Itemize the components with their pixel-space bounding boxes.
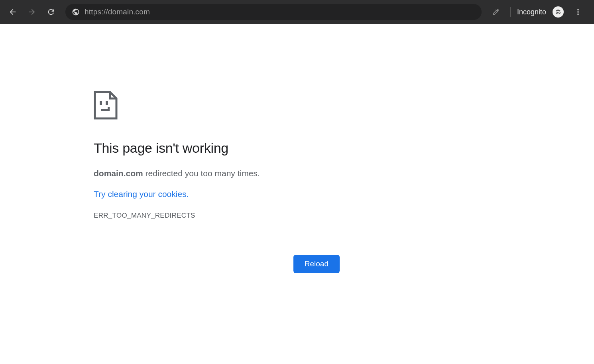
globe-icon — [72, 8, 80, 16]
url-text: https://domain.com — [85, 8, 150, 16]
reload-nav-button[interactable] — [43, 4, 59, 20]
browser-toolbar: https://domain.com Incognito — [0, 0, 594, 24]
error-message: redirected you too many times. — [143, 169, 260, 178]
reload-button[interactable]: Reload — [293, 255, 340, 273]
error-content: This page isn't working domain.com redir… — [0, 24, 470, 273]
error-description: domain.com redirected you too many times… — [94, 169, 470, 178]
forward-button[interactable] — [24, 4, 40, 20]
reload-icon — [47, 8, 55, 16]
eyedropper-button[interactable] — [488, 4, 504, 20]
reload-container: Reload — [94, 255, 470, 273]
menu-button[interactable] — [570, 4, 586, 20]
svg-rect-1 — [106, 101, 108, 105]
sad-file-icon — [94, 91, 470, 121]
svg-rect-0 — [100, 101, 102, 105]
incognito-icon — [554, 8, 562, 16]
incognito-badge[interactable] — [553, 6, 564, 18]
error-domain: domain.com — [94, 169, 143, 178]
clear-cookies-link[interactable]: Try clearing your cookies. — [94, 189, 189, 199]
arrow-right-icon — [28, 8, 36, 16]
eyedropper-icon — [492, 8, 500, 16]
back-button[interactable] — [5, 4, 21, 20]
incognito-label: Incognito — [517, 8, 546, 16]
address-bar[interactable]: https://domain.com — [65, 4, 482, 20]
svg-rect-3 — [108, 107, 110, 111]
arrow-left-icon — [8, 8, 17, 16]
error-title: This page isn't working — [94, 140, 470, 156]
toolbar-separator — [510, 7, 511, 17]
dots-vertical-icon — [574, 8, 582, 16]
error-code: ERR_TOO_MANY_REDIRECTS — [94, 212, 470, 220]
toolbar-right: Incognito — [488, 4, 589, 20]
